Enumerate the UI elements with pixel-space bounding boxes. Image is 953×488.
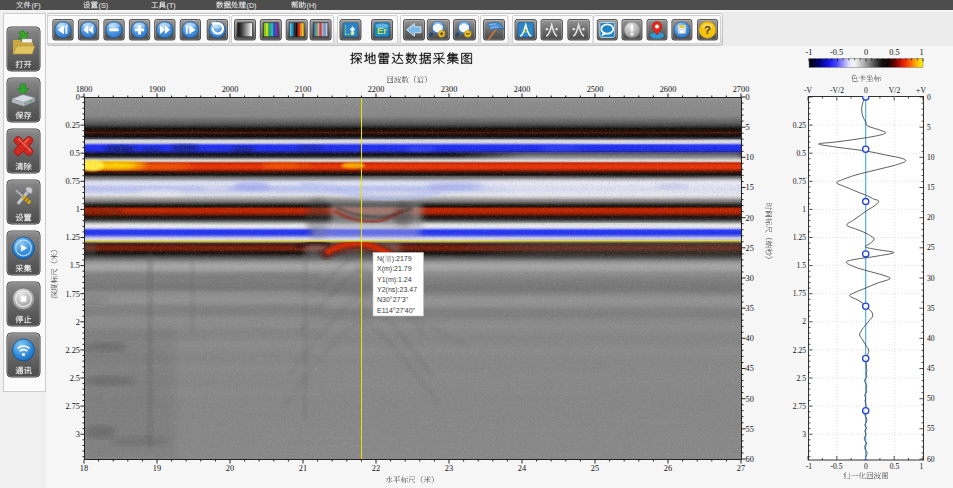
svg-text:20: 20	[746, 214, 754, 223]
svg-text:15: 15	[927, 183, 935, 192]
svg-text:35: 35	[746, 304, 754, 313]
svg-text:2300: 2300	[441, 85, 458, 94]
svg-text:10: 10	[746, 153, 754, 162]
svg-text:(T): (T)	[167, 1, 176, 10]
svg-text:-0.5: -0.5	[830, 48, 843, 57]
svg-text:2100: 2100	[295, 85, 312, 94]
svg-text:55: 55	[746, 425, 754, 434]
svg-text:30: 30	[746, 274, 754, 283]
svg-text:0: 0	[864, 462, 868, 471]
svg-text:(S): (S)	[99, 1, 109, 10]
svg-text:2.5: 2.5	[70, 374, 80, 383]
svg-text:19: 19	[153, 464, 161, 473]
svg-text:20: 20	[927, 213, 935, 222]
svg-text:50: 50	[927, 394, 935, 403]
svg-text:1.5: 1.5	[797, 261, 807, 270]
svg-text:-1: -1	[806, 48, 813, 57]
svg-text:2: 2	[802, 317, 806, 326]
svg-text:1.75: 1.75	[793, 289, 806, 298]
svg-text:1: 1	[76, 205, 80, 214]
svg-text:1.75: 1.75	[65, 290, 80, 299]
svg-text:0: 0	[864, 48, 868, 57]
svg-text:2500: 2500	[587, 85, 604, 94]
svg-text:-V: -V	[804, 86, 813, 95]
svg-text:(H): (H)	[307, 1, 317, 10]
svg-text:40: 40	[746, 334, 754, 343]
svg-text:45: 45	[746, 364, 754, 373]
svg-text:5: 5	[746, 123, 750, 132]
svg-text:N30°27'3": N30°27'3"	[377, 296, 409, 303]
svg-text:2.75: 2.75	[65, 402, 80, 411]
svg-text:60: 60	[746, 455, 754, 464]
svg-text:V/2: V/2	[889, 86, 901, 95]
svg-text:5: 5	[927, 123, 931, 132]
svg-text:24: 24	[518, 464, 527, 473]
svg-text:2.5: 2.5	[797, 374, 807, 383]
svg-text:0: 0	[76, 93, 80, 102]
svg-text:-0.5: -0.5	[830, 462, 842, 471]
svg-text:0: 0	[746, 93, 750, 102]
svg-text:40: 40	[927, 334, 935, 343]
svg-text:0.75: 0.75	[65, 177, 80, 186]
svg-text:0.75: 0.75	[793, 177, 806, 186]
svg-text:Er: Er	[377, 25, 387, 36]
svg-text:0.5: 0.5	[70, 149, 80, 158]
svg-text:1: 1	[802, 205, 806, 214]
svg-text:2600: 2600	[660, 85, 677, 94]
svg-text:(F): (F)	[32, 1, 41, 10]
svg-text:21: 21	[299, 464, 307, 473]
svg-text:1: 1	[919, 48, 923, 57]
svg-text:2.75: 2.75	[793, 402, 806, 411]
svg-text:):2179: ):2179	[392, 255, 412, 263]
svg-text:3: 3	[802, 430, 806, 439]
svg-text:2400: 2400	[514, 85, 531, 94]
svg-text:2000: 2000	[222, 85, 239, 94]
svg-text:2: 2	[76, 318, 80, 327]
svg-text:0: 0	[864, 86, 868, 95]
svg-text:22: 22	[372, 464, 380, 473]
svg-text:25: 25	[927, 243, 935, 252]
svg-text:30: 30	[927, 274, 935, 283]
svg-text:1.25: 1.25	[793, 233, 806, 242]
svg-text:55: 55	[927, 424, 935, 433]
svg-text:X(m):21.79: X(m):21.79	[377, 265, 412, 273]
svg-text:0.5: 0.5	[889, 48, 899, 57]
svg-text:0.5: 0.5	[797, 149, 807, 158]
svg-text:50: 50	[746, 395, 754, 404]
svg-text:27: 27	[737, 464, 745, 473]
svg-text:+V: +V	[916, 86, 926, 95]
svg-text:10: 10	[927, 153, 935, 162]
svg-text:-V/2: -V/2	[830, 86, 844, 95]
svg-text:60: 60	[927, 455, 935, 464]
svg-text:25: 25	[591, 464, 599, 473]
svg-text:Y2(ns):23.47: Y2(ns):23.47	[377, 286, 417, 294]
svg-text:2.25: 2.25	[65, 346, 80, 355]
svg-text:0.25: 0.25	[793, 121, 806, 130]
svg-text:23: 23	[445, 464, 453, 473]
svg-text:?: ?	[704, 24, 711, 36]
svg-text:3: 3	[76, 430, 80, 439]
svg-text:0.25: 0.25	[65, 121, 80, 130]
svg-text:2.25: 2.25	[793, 346, 806, 355]
svg-text:1900: 1900	[149, 85, 166, 94]
svg-text:18: 18	[80, 464, 88, 473]
svg-text:1.25: 1.25	[65, 233, 80, 242]
svg-text:1: 1	[920, 462, 924, 471]
svg-text:35: 35	[927, 304, 935, 313]
svg-text:1.5: 1.5	[70, 261, 80, 270]
svg-text:20: 20	[226, 464, 234, 473]
svg-text:(D): (D)	[247, 1, 257, 10]
svg-text:Y1(m):1.24: Y1(m):1.24	[377, 276, 412, 284]
svg-text:0.5: 0.5	[890, 462, 900, 471]
svg-text:-1: -1	[806, 462, 813, 471]
svg-text:26: 26	[664, 464, 672, 473]
svg-text:25: 25	[746, 244, 754, 253]
svg-text:N(: N(	[377, 255, 385, 263]
svg-text:0: 0	[927, 93, 931, 102]
svg-text:2200: 2200	[368, 85, 385, 94]
svg-text:15: 15	[746, 183, 754, 192]
svg-text:E114°27'40": E114°27'40"	[377, 307, 416, 314]
svg-text:45: 45	[927, 364, 935, 373]
